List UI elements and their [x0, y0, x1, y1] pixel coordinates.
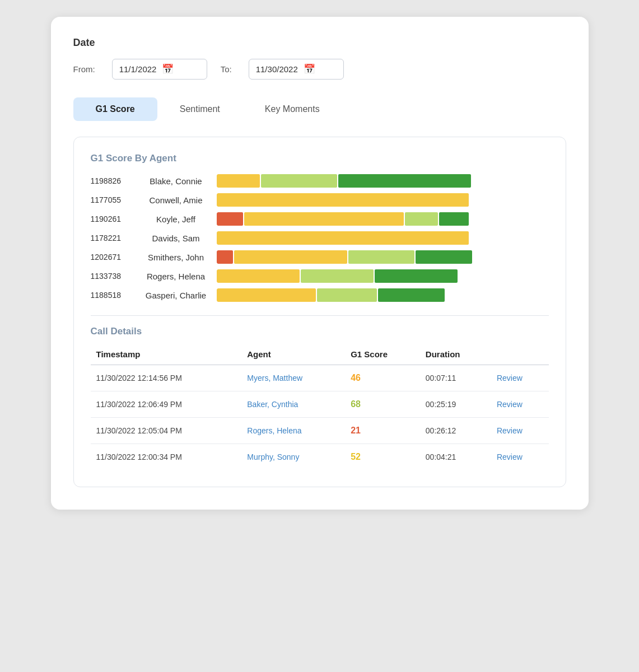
- bar-segment: [217, 250, 234, 264]
- to-label: To:: [221, 64, 232, 74]
- agent-row: 1177055Conwell, Amie: [91, 193, 549, 207]
- bar-segment: [217, 193, 469, 207]
- cell-score: 52: [345, 444, 420, 470]
- agent-name: Smithers, John: [136, 253, 217, 262]
- cell-timestamp: 11/30/2022 12:14:56 PM: [91, 365, 242, 391]
- from-date-input[interactable]: 11/1/2022 📅: [112, 59, 207, 80]
- cell-score: 46: [345, 365, 420, 391]
- to-date-value: 11/30/2022: [256, 64, 298, 74]
- agent-bar: [217, 250, 549, 264]
- review-link[interactable]: Review: [497, 426, 523, 435]
- agent-name: Gasperi, Charlie: [136, 291, 217, 300]
- review-link[interactable]: Review: [497, 452, 523, 461]
- col-score: G1 Score: [345, 346, 420, 365]
- cell-score: 21: [345, 418, 420, 444]
- review-link[interactable]: Review: [497, 374, 523, 382]
- agent-id: 1188518: [91, 291, 136, 300]
- agent-id: 1133738: [91, 272, 136, 281]
- bar-segment: [348, 250, 415, 264]
- tabs-row: G1 Score Sentiment Key Moments: [73, 97, 566, 121]
- call-details-title: Call Details: [91, 326, 549, 337]
- agent-row: 1190261Koyle, Jeff: [91, 212, 549, 226]
- bar-segment: [317, 288, 377, 302]
- cell-timestamp: 11/30/2022 12:00:34 PM: [91, 444, 242, 470]
- bar-segment: [375, 269, 458, 283]
- cell-timestamp: 11/30/2022 12:05:04 PM: [91, 418, 242, 444]
- chart-title: G1 Score By Agent: [91, 153, 549, 164]
- bar-segment: [261, 174, 337, 188]
- table-row: 11/30/2022 12:06:49 PMBaker, Cynthia6800…: [91, 391, 549, 418]
- agent-bar: [217, 231, 549, 245]
- bar-segment: [217, 231, 469, 245]
- agent-row: 1133738Rogers, Helena: [91, 269, 549, 283]
- cell-score: 68: [345, 391, 420, 418]
- agent-name: Rogers, Helena: [136, 272, 217, 281]
- from-calendar-icon[interactable]: 📅: [162, 63, 174, 75]
- date-row: From: 11/1/2022 📅 To: 11/30/2022 📅: [73, 59, 566, 80]
- from-label: From:: [73, 64, 95, 74]
- cell-agent-link[interactable]: Rogers, Helena: [247, 426, 301, 435]
- table-row: 11/30/2022 12:00:34 PMMurphy, Sonny5200:…: [91, 444, 549, 470]
- bar-segment: [217, 288, 316, 302]
- main-card: Date From: 11/1/2022 📅 To: 11/30/2022 📅 …: [51, 17, 589, 510]
- table-row: 11/30/2022 12:05:04 PMRogers, Helena2100…: [91, 418, 549, 444]
- agent-chart: 1198826Blake, Connie1177055Conwell, Amie…: [91, 174, 549, 302]
- review-link[interactable]: Review: [497, 400, 523, 409]
- cell-duration: 00:25:19: [420, 391, 491, 418]
- agent-bar: [217, 269, 549, 283]
- bar-segment: [244, 212, 404, 226]
- tab-g1score[interactable]: G1 Score: [73, 97, 157, 121]
- bar-segment: [234, 250, 347, 264]
- agent-name: Blake, Connie: [136, 176, 217, 186]
- to-calendar-icon[interactable]: 📅: [304, 63, 315, 75]
- agent-bar: [217, 174, 549, 188]
- tab-keymoments[interactable]: Key Moments: [242, 97, 342, 121]
- cell-duration: 00:26:12: [420, 418, 491, 444]
- cell-agent-link[interactable]: Myers, Matthew: [247, 374, 302, 382]
- bar-segment: [378, 288, 445, 302]
- cell-duration: 00:04:21: [420, 444, 491, 470]
- bar-segment: [217, 212, 243, 226]
- col-timestamp: Timestamp: [91, 346, 242, 365]
- col-duration: Duration: [420, 346, 491, 365]
- to-date-input[interactable]: 11/30/2022 📅: [249, 59, 344, 80]
- table-row: 11/30/2022 12:14:56 PMMyers, Matthew4600…: [91, 365, 549, 391]
- agent-id: 1198826: [91, 176, 136, 185]
- bar-segment: [217, 269, 300, 283]
- cell-agent-link[interactable]: Murphy, Sonny: [247, 452, 299, 461]
- agent-id: 1177055: [91, 195, 136, 204]
- call-details-table: Timestamp Agent G1 Score Duration 11/30/…: [91, 346, 549, 470]
- bar-segment: [405, 212, 438, 226]
- col-action: [491, 346, 549, 365]
- bar-segment: [338, 174, 471, 188]
- agent-row: 1198826Blake, Connie: [91, 174, 549, 188]
- tab-sentiment[interactable]: Sentiment: [157, 97, 242, 121]
- agent-row: 1178221Davids, Sam: [91, 231, 549, 245]
- agent-bar: [217, 288, 549, 302]
- agent-bar: [217, 212, 549, 226]
- cell-agent-link[interactable]: Baker, Cynthia: [247, 400, 298, 409]
- cell-duration: 00:07:11: [420, 365, 491, 391]
- agent-bar: [217, 193, 549, 207]
- bar-segment: [217, 174, 260, 188]
- inner-card: G1 Score By Agent 1198826Blake, Connie11…: [73, 137, 566, 487]
- agent-row: 1188518Gasperi, Charlie: [91, 288, 549, 302]
- agent-id: 1190261: [91, 214, 136, 223]
- divider: [91, 315, 549, 316]
- col-agent: Agent: [241, 346, 345, 365]
- bar-segment: [416, 250, 472, 264]
- bar-segment: [439, 212, 469, 226]
- from-date-value: 11/1/2022: [119, 64, 157, 74]
- agent-row: 1202671Smithers, John: [91, 250, 549, 264]
- agent-id: 1178221: [91, 234, 136, 242]
- date-section-title: Date: [73, 37, 566, 49]
- cell-timestamp: 11/30/2022 12:06:49 PM: [91, 391, 242, 418]
- bar-segment: [301, 269, 374, 283]
- agent-name: Conwell, Amie: [136, 195, 217, 205]
- agent-id: 1202671: [91, 253, 136, 262]
- agent-name: Koyle, Jeff: [136, 214, 217, 224]
- agent-name: Davids, Sam: [136, 234, 217, 243]
